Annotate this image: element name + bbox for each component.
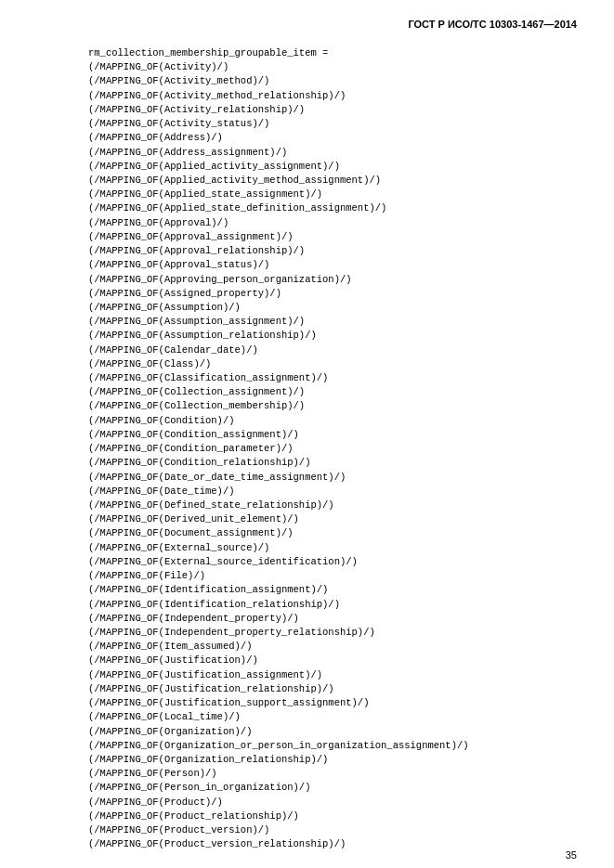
code-line: (/MAPPING_OF(Justification)/)	[88, 654, 577, 667]
code-line: (/MAPPING_OF(Assumption_relationship)/)	[88, 329, 577, 343]
code-line: (/MAPPING_OF(Assumption_assignment)/)	[88, 315, 577, 329]
code-line: (/MAPPING_OF(Approving_person_organizati…	[88, 273, 577, 287]
code-line: (/MAPPING_OF(Organization_relationship)/…	[88, 753, 577, 767]
code-line: (/MAPPING_OF(Independent_property_relati…	[88, 626, 577, 640]
code-line: (/MAPPING_OF(File)/)	[88, 569, 577, 583]
code-line: (/MAPPING_OF(Local_time)/)	[88, 710, 577, 724]
code-line: (/MAPPING_OF(Applied_state_assignment)/)	[88, 188, 577, 201]
code-line: (/MAPPING_OF(Approval_relationship)/)	[88, 244, 577, 258]
page-number: 35	[566, 849, 577, 861]
code-line: (/MAPPING_OF(Document_assignment)/)	[88, 526, 577, 540]
code-content: rm_collection_membership_groupable_item …	[37, 46, 577, 851]
code-line: (/MAPPING_OF(Condition_assignment)/)	[88, 428, 577, 442]
code-line: (/MAPPING_OF(Justification_relationship)…	[88, 682, 577, 696]
code-line: (/MAPPING_OF(Product)/)	[88, 796, 577, 810]
code-line: (/MAPPING_OF(Class)/)	[88, 357, 577, 371]
code-line: (/MAPPING_OF(Condition)/)	[88, 414, 577, 428]
code-line: (/MAPPING_OF(Assigned_property)/)	[88, 287, 577, 301]
code-line: (/MAPPING_OF(External_source)/)	[88, 541, 577, 555]
code-line: (/MAPPING_OF(Organization_or_person_in_o…	[88, 739, 577, 753]
code-line: (/MAPPING_OF(Item_assumed)/)	[88, 640, 577, 654]
code-line: (/MAPPING_OF(Calendar_date)/)	[88, 343, 577, 357]
code-line: (/MAPPING_OF(Address)/)	[88, 131, 577, 145]
code-line: (/MAPPING_OF(Applied_activity_assignment…	[88, 160, 577, 174]
code-line: (/MAPPING_OF(Collection_membership)/)	[88, 399, 577, 413]
code-line: (/MAPPING_OF(Approval_assignment)/)	[88, 230, 577, 244]
code-line: (/MAPPING_OF(Activity_relationship)/)	[88, 103, 577, 117]
document-title: ГОСТ Р ИСО/ТС 10303-1467—2014	[408, 19, 577, 30]
code-line: (/MAPPING_OF(Classification_assignment)/…	[88, 371, 577, 385]
page: ГОСТ Р ИСО/ТС 10303-1467—2014 rm_collect…	[0, 0, 614, 868]
code-line: (/MAPPING_OF(Assumption)/)	[88, 301, 577, 315]
code-line: (/MAPPING_OF(Activity_method_relationshi…	[88, 89, 577, 103]
code-line: (/MAPPING_OF(Justification_assignment)/)	[88, 668, 577, 682]
code-line: (/MAPPING_OF(Applied_activity_method_ass…	[88, 174, 577, 188]
code-line: (/MAPPING_OF(Identification_relationship…	[88, 598, 577, 612]
code-line: (/MAPPING_OF(Applied_state_definition_as…	[88, 201, 577, 215]
code-line: (/MAPPING_OF(Organization)/)	[88, 725, 577, 739]
page-header: ГОСТ Р ИСО/ТС 10303-1467—2014	[37, 19, 577, 30]
code-line: (/MAPPING_OF(Condition_relationship)/)	[88, 456, 577, 470]
code-line: (/MAPPING_OF(Person_in_organization)/)	[88, 781, 577, 795]
code-line: (/MAPPING_OF(Product_version_relationshi…	[88, 837, 577, 851]
code-line: (/MAPPING_OF(Derived_unit_element)/)	[88, 512, 577, 526]
code-line: (/MAPPING_OF(Date_or_date_time_assignmen…	[88, 471, 577, 485]
code-line: (/MAPPING_OF(Condition_parameter)/)	[88, 442, 577, 456]
code-line: (/MAPPING_OF(Collection_assignment)/)	[88, 385, 577, 399]
code-line: (/MAPPING_OF(Approval)/)	[88, 216, 577, 230]
code-line: (/MAPPING_OF(Defined_state_relationship)…	[88, 499, 577, 512]
code-line: (/MAPPING_OF(Date_time)/)	[88, 485, 577, 499]
code-line: rm_collection_membership_groupable_item …	[88, 46, 577, 60]
code-line: (/MAPPING_OF(Identification_assignment)/…	[88, 583, 577, 597]
code-line: (/MAPPING_OF(Address_assignment)/)	[88, 146, 577, 160]
code-line: (/MAPPING_OF(Person)/)	[88, 767, 577, 781]
code-line: (/MAPPING_OF(Activity)/)	[88, 60, 577, 74]
code-line: (/MAPPING_OF(Activity_method)/)	[88, 74, 577, 88]
code-line: (/MAPPING_OF(External_source_identificat…	[88, 555, 577, 569]
code-line: (/MAPPING_OF(Approval_status)/)	[88, 258, 577, 272]
code-line: (/MAPPING_OF(Justification_support_assig…	[88, 696, 577, 710]
code-line: (/MAPPING_OF(Independent_property)/)	[88, 612, 577, 626]
code-line: (/MAPPING_OF(Activity_status)/)	[88, 117, 577, 131]
code-line: (/MAPPING_OF(Product_version)/)	[88, 823, 577, 837]
code-line: (/MAPPING_OF(Product_relationship)/)	[88, 810, 577, 823]
